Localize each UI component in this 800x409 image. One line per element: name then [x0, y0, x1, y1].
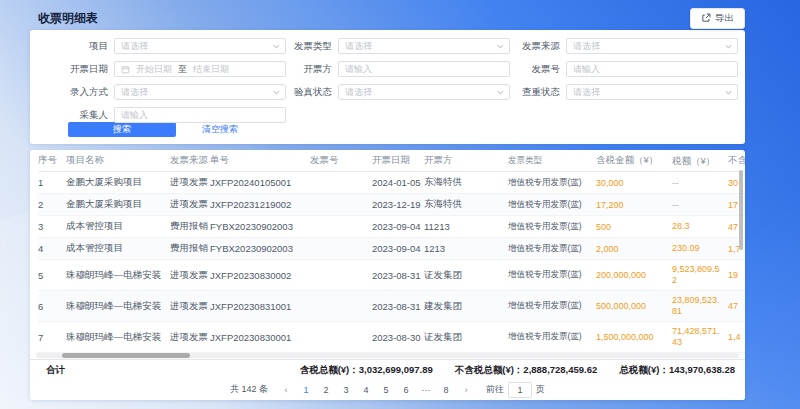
filter-select[interactable]: 请选择 [566, 84, 738, 100]
table-cell: 增值税专用发票(蓝) [508, 238, 596, 260]
table-cell [310, 322, 372, 353]
table-cell: 证发集团 [424, 322, 508, 353]
table-cell: 建发集团 [424, 291, 508, 322]
table-row[interactable]: 2金鹏大厦采购项目进项发票JXFP202312190022023-12-19东海… [30, 194, 745, 216]
summary-label: 合计 [46, 364, 65, 377]
filter-select[interactable]: 请选择 [338, 84, 510, 100]
table-cell: 2023-08-30 [372, 322, 424, 353]
page-numbers: 123456···8 [300, 385, 452, 395]
page-number[interactable]: 8 [440, 385, 452, 395]
filter-label: 验真状态 [260, 86, 332, 99]
table-cell: FYBX20230902003 [210, 238, 310, 260]
table-cell: 东海特供 [424, 172, 508, 194]
table-row[interactable]: 4成本管控项目费用报销FYBX202309020032023-09-041213… [30, 238, 745, 260]
filter-label: 发票号 [488, 63, 560, 76]
goto-page-input[interactable] [508, 382, 532, 398]
table-row[interactable]: 7珠穆朗玛峰—电梯安装进项发票JXFP202308300012023-08-30… [30, 322, 745, 353]
table-cell: 7 [38, 322, 66, 353]
table-row[interactable]: 6珠穆朗玛峰—电梯安装进项发票JXFP202308310012023-08-31… [30, 291, 745, 322]
table-cell: 费用报销 [170, 216, 210, 238]
clear-search-link[interactable]: 清空搜索 [202, 123, 238, 136]
table-cell: JXFP20230831001 [210, 291, 310, 322]
table-cell: 23,809,523.81 [672, 291, 728, 322]
table-cell: 500,000,000 [596, 291, 672, 322]
topbar: 收票明细表 导出 [38, 8, 745, 28]
column-header: 项目名称 [66, 150, 170, 172]
table-cell: 1 [38, 172, 66, 194]
page-number[interactable]: 4 [360, 385, 372, 395]
table-cell: 成本管控项目 [66, 216, 170, 238]
total-tax: 总税额(¥)：143,970,638.28 [619, 364, 735, 377]
table-cell: 11213 [424, 216, 508, 238]
table-cell: 1213 [424, 238, 508, 260]
vertical-scrollbar[interactable] [739, 170, 743, 250]
table-cell: 进项发票 [170, 322, 210, 353]
scrollbar-thumb[interactable] [62, 353, 190, 358]
table-cell: 增值税专用发票(蓝) [508, 216, 596, 238]
table-cell: 200,000,000 [596, 260, 672, 291]
chevron-down-icon [725, 44, 732, 49]
table-cell: 3 [38, 216, 66, 238]
total-count: 共 142 条 [230, 383, 268, 396]
table-cell: 增值税专用发票(蓝) [508, 291, 596, 322]
column-header: 发票号 [310, 150, 372, 172]
table-cell: JXFP20230830002 [210, 260, 310, 291]
table-cell: JXFP20231219002 [210, 194, 310, 216]
table-row[interactable]: 3成本管控项目费用报销FYBX202309020032023-09-041121… [30, 216, 745, 238]
filter-label: 发票类型 [260, 40, 332, 53]
filter-field: 验真状态请选择 [260, 84, 510, 100]
filter-label: 采集人 [30, 109, 108, 122]
invoice-detail-page: 收票明细表 导出 搜索 清空搜索 项目请选择发票类型请选择发票来源请选择开票日期… [0, 0, 800, 409]
table-row[interactable]: 1金鹏大厦采购项目进项发票JXFP202401050012024-01-05东海… [30, 172, 745, 194]
filter-label: 开票日期 [30, 63, 108, 76]
table-cell [310, 291, 372, 322]
table-cell: 28.3 [672, 216, 728, 238]
summary-totals: 含税总额(¥)：3,032,699,097.89 不含税总额(¥)：2,888,… [300, 364, 735, 377]
column-header: 含税金额（¥） [596, 150, 672, 172]
table-cell: 进项发票 [170, 194, 210, 216]
table-cell: 5 [38, 260, 66, 291]
table-cell: 金鹏大厦采购项目 [66, 172, 170, 194]
table-cell: 东海特供 [424, 194, 508, 216]
next-page-button[interactable]: › [460, 385, 472, 395]
table-cell: 2023-09-04 [372, 216, 424, 238]
table-cell: 71,428,571.43 [672, 322, 728, 353]
export-icon [701, 13, 711, 23]
filter-select[interactable]: 请选择 [566, 38, 738, 54]
page-number[interactable]: 2 [320, 385, 332, 395]
table-cell: 47 [728, 291, 745, 322]
filter-label: 发票来源 [488, 40, 560, 53]
filter-input[interactable]: 请输入 [566, 61, 738, 77]
page-number[interactable]: 6 [400, 385, 412, 395]
page-number[interactable]: 5 [380, 385, 392, 395]
table-cell: 增值税专用发票(蓝) [508, 194, 596, 216]
filter-field: 发票号请输入 [488, 61, 738, 77]
column-header: 税额（¥） [672, 150, 728, 172]
prev-page-button[interactable]: ‹ [280, 385, 292, 395]
filter-label: 项目 [30, 40, 108, 53]
table-row[interactable]: 5珠穆朗玛峰—电梯安装进项发票JXFP202308300022023-08-31… [30, 260, 745, 291]
table-cell: 珠穆朗玛峰—电梯安装 [66, 260, 170, 291]
filter-select[interactable]: 请选择 [338, 38, 510, 54]
table-cell: 500 [596, 216, 672, 238]
filter-input[interactable]: 请输入 [114, 107, 286, 123]
summary-row: 合计 含税总额(¥)：3,032,699,097.89 不含税总额(¥)：2,8… [30, 359, 745, 380]
search-button[interactable]: 搜索 [68, 122, 176, 137]
table-cell: 进项发票 [170, 260, 210, 291]
filter-field: 发票类型请选择 [260, 38, 510, 54]
table-cell [310, 216, 372, 238]
column-header: 发票类型 [508, 150, 596, 172]
chevron-down-icon [725, 90, 732, 95]
table-panel: 序号项目名称发票来源单号发票号开票日期开票方发票类型含税金额（¥）税额（¥）不含… [30, 150, 745, 400]
table-cell: 2023-08-31 [372, 260, 424, 291]
table-cell: 1,500,000,000 [596, 322, 672, 353]
filter-label: 开票方 [260, 63, 332, 76]
horizontal-scrollbar[interactable] [36, 353, 739, 358]
page-ellipsis: ··· [420, 385, 432, 395]
table-cell: 6 [38, 291, 66, 322]
filter-input[interactable]: 请输入 [338, 61, 510, 77]
page-number[interactable]: 3 [340, 385, 352, 395]
page-number[interactable]: 1 [300, 385, 312, 395]
export-button[interactable]: 导出 [690, 8, 745, 29]
table-cell: 成本管控项目 [66, 238, 170, 260]
